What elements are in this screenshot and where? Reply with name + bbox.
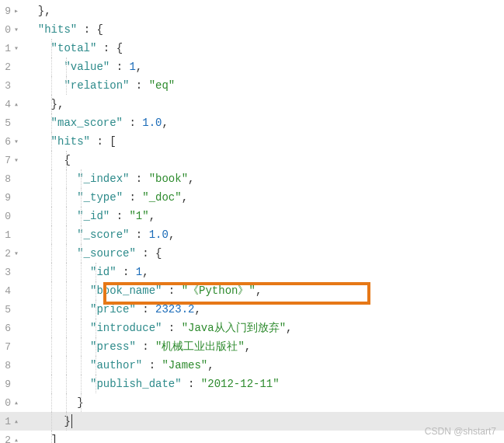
text-cursor-icon (71, 414, 72, 428)
line-number: 7 (0, 155, 11, 166)
fold-caret-icon[interactable]: ▾ (11, 155, 22, 165)
code-line[interactable]: }, (25, 95, 504, 113)
code-line[interactable]: { (25, 151, 504, 169)
code-line[interactable]: "hits" : { (25, 20, 504, 39)
code-line[interactable]: "hits" : [ (25, 132, 504, 151)
line-number: 0 (0, 24, 11, 36)
code-line[interactable]: "max_score" : 1.0, (25, 113, 504, 132)
line-number: 1 (0, 229, 11, 241)
code-line[interactable]: }, (25, 2, 504, 20)
line-number: 6 (0, 323, 11, 334)
code-line[interactable]: "_id" : "1", (25, 207, 504, 225)
line-number: 5 (0, 117, 11, 129)
line-number: 0 (0, 211, 11, 222)
code-line[interactable]: "id" : 1, (25, 263, 504, 281)
line-number: 0 (0, 397, 11, 409)
code-line[interactable]: "_index" : "book", (25, 169, 504, 188)
code-line[interactable]: } (25, 393, 504, 412)
code-line[interactable]: "price" : 2323.2, (25, 300, 504, 319)
fold-caret-icon[interactable]: ▸ (11, 6, 22, 16)
fold-caret-icon[interactable]: ▾ (11, 25, 22, 34)
code-line[interactable]: "_type" : "_doc", (25, 188, 504, 207)
code-line[interactable]: "introduce" : "Java从入门到放弃", (25, 319, 504, 337)
line-number: 9 (0, 5, 11, 17)
fold-caret-icon[interactable]: ▴ (11, 435, 22, 443)
code-line[interactable]: "_score" : 1.0, (25, 225, 504, 244)
line-number: 1 (0, 416, 11, 427)
line-number: 1 (0, 43, 11, 54)
line-number: 7 (0, 341, 11, 353)
line-number: 3 (0, 80, 11, 92)
line-number: 4 (0, 99, 11, 110)
code-line[interactable]: "_source" : { (25, 244, 504, 263)
code-area[interactable]: }, "hits" : { "total" : { "value" : 1, "… (25, 0, 504, 443)
gutter: 9▸ 0▾ 1▾ 2 3 4▴ 5 6▾ 7▾ 8 9 0 1 2▾ 3 4 5… (0, 0, 25, 443)
line-number: 4 (0, 285, 11, 297)
fold-caret-icon[interactable]: ▴ (11, 99, 22, 109)
line-number: 9 (0, 378, 11, 390)
code-line[interactable]: "author" : "James", (25, 356, 504, 375)
line-number: 2 (0, 248, 11, 260)
code-line[interactable]: "publish_date" : "2012-12-11" (25, 375, 504, 393)
fold-caret-icon[interactable]: ▾ (11, 137, 22, 146)
line-number: 2 (0, 434, 11, 444)
code-line[interactable]: "value" : 1, (25, 58, 504, 76)
code-line[interactable]: "relation" : "eq" (25, 76, 504, 95)
line-number: 8 (0, 173, 11, 185)
code-line[interactable]: "book_name" : "《Python》", (25, 281, 504, 300)
line-number: 9 (0, 192, 11, 204)
fold-caret-icon[interactable]: ▾ (11, 44, 22, 53)
line-number: 6 (0, 136, 11, 148)
fold-caret-icon[interactable]: ▴ (11, 398, 22, 407)
code-line[interactable]: "total" : { (25, 39, 504, 58)
line-number: 3 (0, 267, 11, 278)
line-number: 8 (0, 360, 11, 371)
code-line[interactable]: "press" : "机械工业出版社", (25, 337, 504, 356)
fold-caret-icon[interactable]: ▴ (11, 417, 22, 426)
code-editor: 9▸ 0▾ 1▾ 2 3 4▴ 5 6▾ 7▾ 8 9 0 1 2▾ 3 4 5… (0, 0, 504, 443)
line-number: 5 (0, 304, 11, 316)
fold-caret-icon[interactable]: ▾ (11, 249, 22, 258)
line-number: 2 (0, 61, 11, 73)
watermark: CSDN @shstart7 (425, 426, 496, 437)
